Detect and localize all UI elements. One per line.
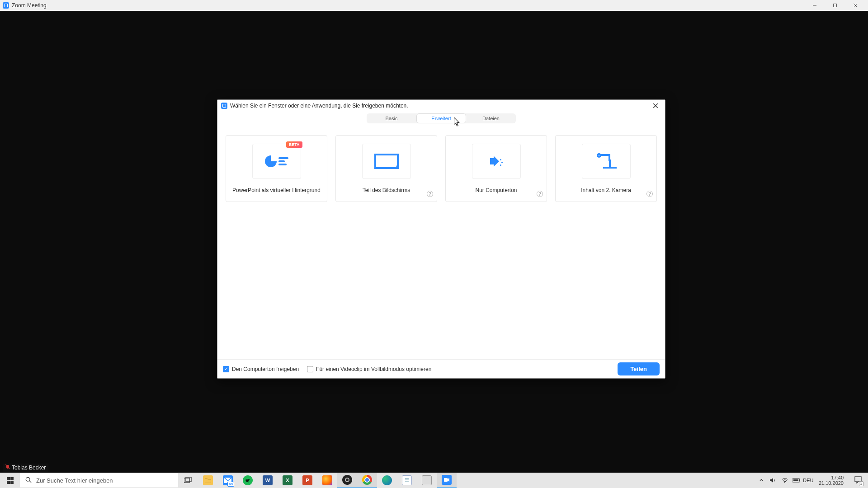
dialog-close-button[interactable] xyxy=(650,101,661,111)
task-view-button[interactable] xyxy=(178,473,198,488)
close-window-button[interactable] xyxy=(845,0,865,11)
option-computer-audio[interactable]: Nur Computerton ? xyxy=(445,135,547,202)
dialog-tabs: Basic Erweitert Dateien xyxy=(217,112,665,125)
zoom-logo-icon xyxy=(221,103,227,109)
option-label: Teil des Bildschirms xyxy=(363,187,410,193)
tray-volume-icon[interactable] xyxy=(769,478,777,483)
taskbar: Zur Suche Text hier eingeben 69 W X P xyxy=(0,473,868,488)
participant-name-badge: Tobias Becker xyxy=(3,464,48,472)
tray-language-indicator[interactable]: DEU xyxy=(804,478,812,483)
notification-icon xyxy=(854,476,862,484)
window-title: Zoom Meeting xyxy=(12,2,47,9)
maximize-button[interactable] xyxy=(825,0,845,11)
tray-time: 17:40 xyxy=(819,475,844,480)
option-portion-of-screen[interactable]: Teil des Bildschirms ? xyxy=(335,135,437,202)
tab-basic[interactable]: Basic xyxy=(367,113,416,123)
muted-mic-icon xyxy=(5,465,10,470)
checkbox-label: Den Computerton freigeben xyxy=(232,366,299,372)
svg-point-15 xyxy=(784,482,785,483)
svg-rect-14 xyxy=(444,478,448,482)
taskbar-app-excel[interactable]: X xyxy=(278,473,297,488)
taskbar-app-obs[interactable] xyxy=(337,473,357,488)
tray-overflow-button[interactable] xyxy=(757,478,765,483)
mail-badge-count: 69 xyxy=(227,482,234,487)
option-thumb xyxy=(582,144,631,179)
checkbox-optimize-video[interactable]: Für einen Videoclip im Vollbildmodus opt… xyxy=(307,366,431,372)
camera-icon xyxy=(595,153,618,169)
dialog-title: Wählen Sie ein Fenster oder eine Anwendu… xyxy=(230,103,408,109)
tray-notifications-button[interactable] xyxy=(850,476,866,484)
option-label: Inhalt von 2. Kamera xyxy=(581,187,631,193)
svg-rect-17 xyxy=(799,479,800,481)
tab-files[interactable]: Dateien xyxy=(466,113,516,123)
participant-name: Tobias Becker xyxy=(12,465,46,471)
taskbar-app-spotify[interactable] xyxy=(238,473,258,488)
taskbar-app-edge[interactable] xyxy=(377,473,397,488)
taskbar-app-generic[interactable] xyxy=(417,473,437,488)
taskbar-app-powerpoint[interactable]: P xyxy=(297,473,317,488)
checkbox-label: Für einen Videoclip im Vollbildmodus opt… xyxy=(316,366,431,372)
tray-date: 21.10.2020 xyxy=(819,480,844,486)
checkbox-share-computer-audio[interactable]: ✓ Den Computerton freigeben xyxy=(223,366,299,372)
help-icon[interactable]: ? xyxy=(537,191,543,197)
svg-rect-19 xyxy=(855,477,861,482)
svg-rect-1 xyxy=(833,4,836,7)
beta-badge: BETA xyxy=(286,141,302,148)
window-controls xyxy=(804,0,865,11)
option-second-camera[interactable]: Inhalt von 2. Kamera ? xyxy=(555,135,657,202)
svg-point-6 xyxy=(26,477,30,481)
tray-wifi-icon[interactable] xyxy=(781,478,789,483)
option-thumb xyxy=(472,144,521,179)
start-button[interactable] xyxy=(0,473,20,488)
search-placeholder: Zur Suche Text hier eingeben xyxy=(36,477,113,484)
taskbar-app-firefox[interactable] xyxy=(317,473,337,488)
share-options-grid: BETA PowerPoint als virtueller Hintergru… xyxy=(217,125,665,359)
svg-rect-18 xyxy=(793,479,798,481)
system-tray: DEU 17:40 21.10.2020 xyxy=(757,473,868,488)
taskbar-app-notepad[interactable] xyxy=(397,473,417,488)
share-screen-dialog: Wählen Sie ein Fenster oder eine Anwendu… xyxy=(217,99,665,379)
option-thumb xyxy=(362,144,411,179)
help-icon[interactable]: ? xyxy=(427,191,433,197)
share-button[interactable]: Teilen xyxy=(618,362,660,375)
search-icon xyxy=(25,477,32,484)
taskbar-search[interactable]: Zur Suche Text hier eingeben xyxy=(20,473,178,488)
option-label: Nur Computerton xyxy=(475,187,517,193)
dialog-footer: ✓ Den Computerton freigeben Für einen Vi… xyxy=(217,359,665,378)
taskbar-app-zoom[interactable] xyxy=(437,473,457,488)
taskbar-app-chrome[interactable] xyxy=(357,473,377,488)
taskbar-app-mail[interactable]: 69 xyxy=(218,473,238,488)
option-thumb: BETA xyxy=(252,144,301,179)
zoom-logo-icon xyxy=(3,2,9,9)
speaker-icon xyxy=(487,155,505,168)
option-powerpoint-background[interactable]: BETA PowerPoint als virtueller Hintergru… xyxy=(226,135,327,202)
minimize-button[interactable] xyxy=(804,0,825,11)
taskbar-app-explorer[interactable] xyxy=(198,473,218,488)
tray-clock[interactable]: 17:40 21.10.2020 xyxy=(816,475,846,486)
screen-portion-icon xyxy=(374,154,399,169)
option-label: PowerPoint als virtueller Hintergrund xyxy=(232,187,321,193)
help-icon[interactable]: ? xyxy=(646,191,653,197)
taskbar-app-word[interactable]: W xyxy=(258,473,278,488)
taskbar-apps: 69 W X P xyxy=(178,473,457,488)
windows-logo-icon xyxy=(7,477,14,484)
tray-battery-icon[interactable] xyxy=(793,478,801,483)
window-titlebar: Zoom Meeting xyxy=(0,0,868,11)
tab-advanced[interactable]: Erweitert xyxy=(416,113,466,123)
svg-line-7 xyxy=(29,481,31,483)
dialog-header: Wählen Sie ein Fenster oder eine Anwendu… xyxy=(217,100,665,112)
powerpoint-icon xyxy=(265,155,288,167)
